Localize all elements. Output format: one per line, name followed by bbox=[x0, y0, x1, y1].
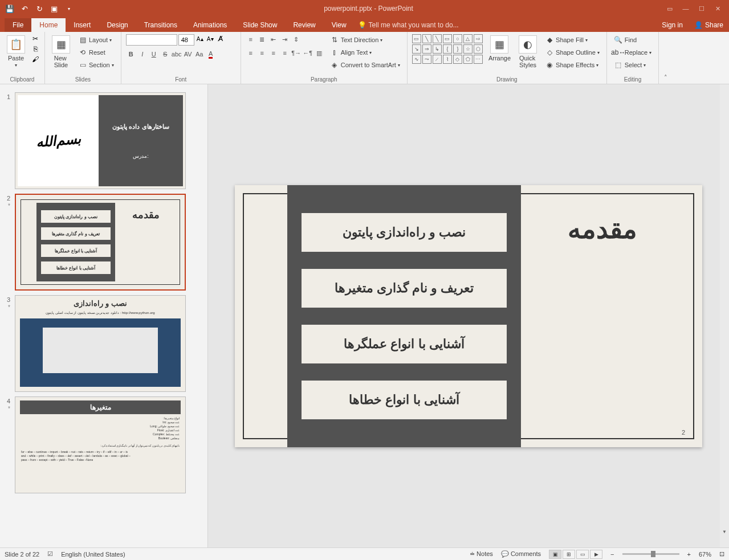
justify-icon[interactable]: ≡ bbox=[280, 48, 290, 58]
underline-icon[interactable]: U bbox=[149, 49, 159, 59]
shape-connector-icon[interactable]: ↳ bbox=[433, 44, 442, 54]
columns-icon[interactable]: ▥ bbox=[314, 48, 324, 58]
shape-line-icon[interactable]: ↘ bbox=[412, 44, 421, 54]
font-name-input[interactable] bbox=[126, 34, 177, 46]
arrange-button[interactable]: ▦ Arrange bbox=[486, 34, 513, 63]
share-button[interactable]: 👤 Share bbox=[689, 18, 729, 32]
shape-triangle-icon[interactable]: △ bbox=[463, 34, 473, 43]
shape-line-icon[interactable]: ╲ bbox=[433, 34, 442, 43]
redo-icon[interactable]: ↻ bbox=[34, 3, 44, 14]
slide-box-4[interactable]: آشنایی با انواع خطاها bbox=[302, 381, 507, 419]
zoom-level[interactable]: 67% bbox=[699, 551, 711, 558]
align-left-icon[interactable]: ≡ bbox=[246, 48, 256, 58]
shadow-icon[interactable]: abc bbox=[172, 49, 182, 59]
bullets-icon[interactable]: ≡ bbox=[246, 34, 256, 44]
shape-more-icon[interactable]: ⋯ bbox=[474, 55, 483, 64]
copy-icon[interactable]: ⎘ bbox=[31, 44, 40, 54]
cut-icon[interactable]: ✂ bbox=[31, 34, 40, 43]
char-spacing-icon[interactable]: AV bbox=[183, 49, 193, 59]
format-painter-icon[interactable]: 🖌 bbox=[31, 55, 40, 64]
shape-oval-icon[interactable]: ○ bbox=[453, 34, 462, 43]
shape-arrow-icon[interactable]: ⇒ bbox=[422, 44, 431, 54]
rtl-icon[interactable]: ←¶ bbox=[303, 48, 313, 58]
convert-smartart-button[interactable]: ◈Convert to SmartArt▾ bbox=[328, 59, 402, 71]
numbering-icon[interactable]: ≣ bbox=[257, 34, 267, 44]
notes-button[interactable]: ≐ Notes bbox=[470, 550, 493, 558]
new-slide-button[interactable]: ▦ New Slide bbox=[50, 34, 72, 70]
shape-effects-button[interactable]: ◉Shape Effects▾ bbox=[543, 59, 602, 71]
zoom-in-icon[interactable]: + bbox=[687, 551, 691, 558]
align-center-icon[interactable]: ≡ bbox=[257, 48, 267, 58]
decrease-indent-icon[interactable]: ⇤ bbox=[268, 34, 279, 44]
collapse-ribbon-icon[interactable]: ˄ bbox=[659, 32, 673, 84]
ribbon-display-icon[interactable]: ▭ bbox=[663, 3, 677, 14]
align-right-icon[interactable]: ≡ bbox=[268, 48, 279, 58]
comments-button[interactable]: 💬 Comments bbox=[501, 550, 541, 558]
layout-button[interactable]: ▤Layout▾ bbox=[76, 34, 116, 46]
shape-freeform-icon[interactable]: ⟋ bbox=[433, 55, 442, 64]
clear-formatting-icon[interactable]: A̸ bbox=[216, 34, 225, 43]
sign-in-button[interactable]: Sign in bbox=[656, 18, 689, 32]
font-color-icon[interactable]: A bbox=[206, 49, 216, 59]
normal-view-icon[interactable]: ▣ bbox=[549, 550, 561, 559]
replace-button[interactable]: ab↔Replace▾ bbox=[612, 47, 654, 58]
shape-brace-icon[interactable]: { bbox=[443, 44, 452, 54]
increase-indent-icon[interactable]: ⇥ bbox=[280, 34, 290, 44]
zoom-handle[interactable] bbox=[651, 551, 655, 557]
shape-fill-button[interactable]: ◆Shape Fill▾ bbox=[543, 34, 602, 46]
tab-file[interactable]: File bbox=[5, 18, 31, 32]
shape-rect-icon[interactable]: ▭ bbox=[412, 34, 421, 43]
font-size-input[interactable] bbox=[178, 34, 194, 46]
tab-animations[interactable]: Animations bbox=[185, 18, 235, 32]
save-icon[interactable]: 💾 bbox=[5, 3, 15, 14]
slide-title-area[interactable]: مقدمه bbox=[526, 214, 679, 244]
shape-callout-icon[interactable]: ⬠ bbox=[463, 55, 473, 64]
shape-line-icon[interactable]: ╲ bbox=[422, 34, 431, 43]
scrollbar-thumb[interactable] bbox=[721, 84, 728, 547]
reset-button[interactable]: ⟲Reset bbox=[76, 47, 116, 58]
shape-arrow-icon[interactable]: ⇨ bbox=[474, 34, 483, 43]
italic-icon[interactable]: I bbox=[137, 49, 148, 59]
maximize-icon[interactable]: ☐ bbox=[695, 3, 708, 14]
shape-star-icon[interactable]: ☆ bbox=[463, 44, 473, 54]
slide-box-2[interactable]: تعریف و نام گذاری متغیرها bbox=[302, 269, 507, 308]
zoom-slider[interactable] bbox=[622, 553, 679, 555]
select-button[interactable]: ⬚Select▾ bbox=[612, 59, 649, 71]
tab-home[interactable]: Home bbox=[31, 18, 66, 32]
section-button[interactable]: ▭Section▾ bbox=[76, 59, 116, 71]
slide-sorter-icon[interactable]: ⊞ bbox=[563, 550, 575, 559]
shape-curve-icon[interactable]: ∿ bbox=[412, 55, 421, 64]
line-spacing-icon[interactable]: ⇕ bbox=[291, 34, 302, 44]
close-icon[interactable]: ✕ bbox=[711, 3, 724, 14]
decrease-font-icon[interactable]: A▾ bbox=[206, 34, 215, 43]
slideshow-view-icon[interactable]: ▶ bbox=[590, 550, 602, 559]
text-direction-button[interactable]: ⇅Text Direction▾ bbox=[328, 34, 402, 46]
increase-font-icon[interactable]: A▴ bbox=[196, 34, 205, 43]
slide-canvas[interactable]: نصب و راه‌اندازی پایتون تعریف و نام گذار… bbox=[208, 84, 729, 547]
minimize-icon[interactable]: — bbox=[679, 3, 693, 14]
shape-curve-icon[interactable]: ⤳ bbox=[422, 55, 431, 64]
shape-freeform-icon[interactable]: ⌇ bbox=[443, 55, 452, 64]
slide-box-3[interactable]: آشنایی با انواع عملگرها bbox=[302, 325, 507, 363]
tab-design[interactable]: Design bbox=[99, 18, 136, 32]
vertical-scrollbar[interactable]: ▲ ▼ bbox=[720, 84, 729, 547]
shape-rect-icon[interactable]: ▭ bbox=[443, 34, 452, 43]
qat-dropdown-icon[interactable]: ▾ bbox=[64, 3, 74, 14]
shape-callout-icon[interactable]: ◇ bbox=[453, 55, 462, 64]
scroll-down-icon[interactable]: ▼ bbox=[720, 529, 729, 538]
shape-brace-icon[interactable]: } bbox=[453, 44, 462, 54]
tab-transitions[interactable]: Transitions bbox=[136, 18, 185, 32]
thumbnail-slide-2[interactable]: 2 * نصب و راه‌اندازی پایتون تعریف و نام … bbox=[0, 191, 207, 293]
tell-me-search[interactable]: 💡 Tell me what you want to do... bbox=[355, 18, 462, 32]
quick-styles-button[interactable]: ◐ Quick Styles bbox=[516, 34, 539, 70]
shape-hex-icon[interactable]: ⬡ bbox=[474, 44, 483, 54]
tab-slideshow[interactable]: Slide Show bbox=[235, 18, 285, 32]
tab-review[interactable]: Review bbox=[285, 18, 323, 32]
bold-icon[interactable]: B bbox=[126, 49, 136, 59]
spell-check-icon[interactable]: ☑ bbox=[47, 550, 53, 558]
slide[interactable]: نصب و راه‌اندازی پایتون تعریف و نام گذار… bbox=[235, 185, 702, 447]
slide-count[interactable]: Slide 2 of 22 bbox=[5, 551, 39, 558]
thumbnail-panel[interactable]: 1 بسم‌الله ساختارهای داده پایتون مدرس: 2… bbox=[0, 84, 208, 547]
undo-icon[interactable]: ↶ bbox=[19, 3, 30, 14]
align-text-button[interactable]: ⫿Align Text▾ bbox=[328, 47, 402, 58]
